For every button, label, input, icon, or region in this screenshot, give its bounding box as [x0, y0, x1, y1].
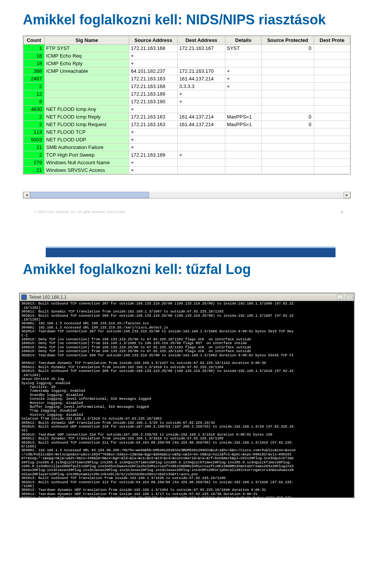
cell-dest: [178, 52, 225, 60]
col-sig[interactable]: Sig Name: [45, 36, 129, 45]
slide-separator: [0, 221, 366, 235]
cell-dest: 161.44.137.214: [178, 75, 225, 83]
cell-sig: FTP SYST: [45, 45, 129, 52]
cell-det: [225, 167, 261, 174]
cell-count: 2: [24, 83, 45, 90]
cell-src: 172.21.163.168: [129, 45, 178, 52]
cell-src: +: [129, 136, 178, 144]
cell-src: +: [129, 52, 178, 60]
table-row[interactable]: 12172.21.163.189+: [24, 90, 350, 98]
slide-title: Amikkel foglalkozni kell: tűzfal Log: [23, 261, 351, 277]
cell-src: 172.21.163.190: [129, 98, 178, 106]
table-row[interactable]: 2TCP High Port Sweep172.21.163.189+: [24, 151, 350, 159]
alerts-grid-wrapper: Count Sig Name Source Address Dest Addre…: [23, 35, 351, 199]
copyright-text: © 2008 Cisco Systems, Inc. All rights re…: [34, 210, 125, 214]
table-row[interactable]: 113NET FLOOD TCP+: [24, 128, 350, 136]
cell-destp: [314, 45, 350, 52]
col-src[interactable]: Source Address: [129, 36, 178, 45]
cell-srcp: [262, 159, 314, 167]
cell-dest: [178, 128, 225, 136]
cell-count: 2487: [24, 75, 45, 83]
table-row[interactable]: 1FTP SYST172.21.163.168172.21.163.167SYS…: [24, 45, 350, 52]
table-row[interactable]: 18ICMP Echo Rply+: [24, 60, 350, 67]
table-row[interactable]: 2487172.21.163.163161.44.137.214+: [24, 75, 350, 83]
minimize-icon[interactable]: _: [337, 295, 343, 300]
cell-count: 8: [24, 98, 45, 106]
slide-footer: © 2008 Cisco Systems, Inc. All rights re…: [23, 210, 351, 214]
cell-src: +: [129, 106, 178, 113]
telnet-window: Telnet 192.168.1.1 _ □ 302013: Built out…: [19, 293, 355, 498]
cell-det: [225, 52, 261, 60]
cell-sig: NET FLOOD Icmp Request: [45, 121, 129, 128]
cell-count: 5003: [24, 136, 45, 144]
table-row[interactable]: 4630NET FLOOD Icmp Any+: [24, 106, 350, 113]
cell-det: [225, 136, 261, 144]
cell-destp: [314, 75, 350, 83]
cell-destp: [314, 52, 350, 60]
cell-destp: [314, 128, 350, 136]
cell-dest: 161.44.137.214: [178, 113, 225, 121]
horizontal-scrollbar[interactable]: ◄ ►: [23, 192, 351, 199]
table-row[interactable]: 5003NET FLOOD UDP+: [24, 136, 350, 144]
cell-dest: +: [178, 151, 225, 159]
cell-destp: [314, 159, 350, 167]
cell-det: [225, 159, 261, 167]
cell-dest: 172.21.163.170: [178, 67, 225, 75]
maximize-icon[interactable]: □: [346, 295, 352, 300]
col-details[interactable]: Details: [225, 36, 261, 45]
table-row[interactable]: 2172.21.163.1683.3.3.3+: [24, 83, 350, 90]
cell-sig: NET FLOOD TCP: [45, 128, 129, 136]
cell-count: 2: [24, 113, 45, 121]
cell-det: [225, 151, 261, 159]
cell-dest: [178, 159, 225, 167]
telnet-title-text: Telnet 192.168.1.1: [29, 295, 334, 300]
col-srcp[interactable]: Source Protected: [262, 36, 314, 45]
cell-count: 21: [24, 167, 45, 174]
slide-title: Amikkel foglalkozni kell: NIDS/NIPS rias…: [23, 11, 351, 28]
table-row[interactable]: 18ICMP Echo Req+: [24, 52, 350, 60]
cell-det: [225, 128, 261, 136]
scroll-right-icon[interactable]: ►: [344, 192, 350, 198]
table-row[interactable]: 2NET FLOOD Icmp Reply172.21.163.163161.4…: [24, 113, 350, 121]
cell-src: +: [129, 159, 178, 167]
cell-destp: [314, 144, 350, 151]
table-row[interactable]: 279Windows Null Account Name+: [24, 159, 350, 167]
cell-src: 172.21.163.163: [129, 113, 178, 121]
scroll-left-icon[interactable]: ◄: [23, 192, 30, 198]
cell-count: 18: [24, 52, 45, 60]
cell-sig: NET FLOOD Icmp Reply: [45, 113, 129, 121]
cell-srcp: [262, 167, 314, 174]
header-row: Count Sig Name Source Address Dest Addre…: [24, 36, 350, 45]
cell-dest: 3.3.3.3: [178, 83, 225, 90]
scroll-track[interactable]: [30, 192, 344, 198]
table-row[interactable]: 388ICMP Unreachable64.101.182.237172.21.…: [24, 67, 350, 75]
col-dest[interactable]: Dest Address: [178, 36, 225, 45]
cell-sig: ICMP Echo Rply: [45, 60, 129, 67]
table-row[interactable]: 8172.21.163.190+: [24, 98, 350, 106]
cell-srcp: [262, 136, 314, 144]
cell-det: MaxPPS=1: [225, 113, 261, 121]
telnet-output[interactable]: 302013: Built outbound TCP connection 20…: [20, 301, 354, 497]
cell-dest: +: [178, 98, 225, 106]
cell-sig: [45, 83, 129, 90]
table-row[interactable]: 2NET FLOOD Icmp Request172.21.163.163161…: [24, 121, 350, 128]
table-row[interactable]: 21Windows SRVSVC Access+: [24, 167, 350, 174]
cell-det: +: [225, 75, 261, 83]
cell-destp: [314, 98, 350, 106]
cell-src: +: [129, 128, 178, 136]
cell-sig: [45, 98, 129, 106]
cell-destp: [314, 67, 350, 75]
telnet-titlebar[interactable]: Telnet 192.168.1.1 _ □: [20, 293, 354, 301]
scroll-thumb[interactable]: [30, 192, 149, 198]
table-row[interactable]: 21SMB Authorization Failure+: [24, 144, 350, 151]
cell-sig: [45, 75, 129, 83]
cell-destp: [314, 113, 350, 121]
col-count[interactable]: Count: [24, 36, 45, 45]
cell-srcp: [262, 128, 314, 136]
cell-count: 2: [24, 151, 45, 159]
cell-sig: SMB Authorization Failure: [45, 144, 129, 151]
cell-dest: 172.21.163.167: [178, 45, 225, 52]
slide-nids: Amikkel foglalkozni kell: NIDS/NIPS rias…: [0, 0, 366, 221]
col-destp[interactable]: Dest Prote: [314, 36, 350, 45]
cell-srcp: [262, 75, 314, 83]
